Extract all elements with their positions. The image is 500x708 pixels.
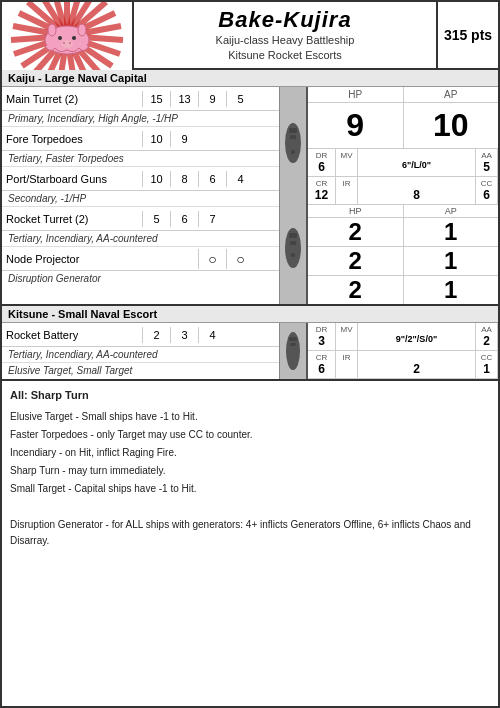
header: Bake-Kujira Kaiju-class Heavy Battleship… <box>2 2 498 70</box>
k-aa-label: AA <box>478 325 495 334</box>
mv-label: MV <box>338 151 355 160</box>
ship-silhouette-1 <box>283 120 303 166</box>
ship-name: Bake-Kujira <box>218 7 351 33</box>
stat-cell: 9 <box>170 131 198 147</box>
weapon-name: Main Turret (2) <box>2 91 142 107</box>
stat-cell: 9 <box>198 91 226 107</box>
k-dr-cell: DR 3 <box>308 323 336 350</box>
stat-cell: 7 <box>198 211 226 227</box>
stat-cell: 6 <box>170 211 198 227</box>
note-line: Disruption Generator - for ALL ships wit… <box>10 517 490 549</box>
kaiju-section-header: Kaiju - Large Naval Capital <box>2 70 498 87</box>
svg-point-27 <box>61 40 73 48</box>
stat-cell: 13 <box>170 91 198 107</box>
ap-value: 10 <box>433 107 469 143</box>
note-line: Small Target - Capital ships have -1 to … <box>10 481 490 497</box>
svg-point-30 <box>48 24 56 36</box>
weapon-name: Node Projector <box>2 251 142 267</box>
svg-point-31 <box>78 24 86 36</box>
stat-cell: ○ <box>226 249 254 269</box>
notes-title: All: Sharp Turn <box>10 387 490 405</box>
note-line: Sharp Turn - may turn immediately. <box>10 463 490 479</box>
notes-content: Elusive Target - Small ships have -1 to … <box>10 409 490 549</box>
stat-cell: 5 <box>226 91 254 107</box>
kitsune-section-header: Kitsune - Small Naval Escort <box>2 306 498 323</box>
ir-value: 8 <box>360 188 473 202</box>
right-stats-panel: HP AP 9 10 DR 6 MV <box>308 87 498 304</box>
k-aa-cell: AA 2 <box>476 323 498 350</box>
k-cr-value: 6 <box>310 362 333 376</box>
k-cr-cell: CR 6 <box>308 351 336 378</box>
dr-label: DR <box>310 151 333 160</box>
points-value: 315 pts <box>438 2 498 68</box>
ship-silhouette-2 <box>283 225 303 271</box>
k-cc-cell: CC 1 <box>476 351 498 378</box>
turret-ap-label: AP <box>404 205 499 217</box>
stat-cell: 15 <box>142 91 170 107</box>
cr-value: 12 <box>310 188 333 202</box>
svg-point-26 <box>72 36 76 40</box>
svg-rect-34 <box>290 135 296 139</box>
dr-value: 6 <box>310 160 333 174</box>
k-ir-value-cell: 2 <box>358 351 476 378</box>
note-line: Faster Torpedoes - only Target may use C… <box>10 427 490 443</box>
ship-class: Kaiju-class Heavy Battleship Kitsune Roc… <box>216 33 355 64</box>
stat-cell: 6 <box>198 171 226 187</box>
cr-label-cell: CR 12 <box>308 177 336 204</box>
k-cr-label: CR <box>310 353 333 362</box>
stat-cell: ○ <box>198 249 226 269</box>
turret-hp3-value: 2 <box>349 276 362 303</box>
svg-rect-41 <box>289 337 297 341</box>
kitsune-silhouette-column <box>280 323 308 379</box>
kitsune-right-stats: DR 3 MV 9"/2"/S/0" AA 2 CR <box>308 323 498 379</box>
aa-label-cell: AA 5 <box>476 149 498 176</box>
weapons-panel: Main Turret (2) 15 13 9 5 Primary, Incen… <box>2 87 280 304</box>
weapon-desc: Tertiary, Incendiary, AA-countered <box>2 231 279 247</box>
weapon-name: Fore Torpedoes <box>2 131 142 147</box>
stat-cell: 10 <box>142 171 170 187</box>
weapon-name: Rocket Turret (2) <box>2 211 142 227</box>
svg-point-28 <box>63 42 65 44</box>
k-aa-value: 2 <box>478 334 495 348</box>
svg-point-29 <box>69 42 71 44</box>
k-dr-label: DR <box>310 325 333 334</box>
kitsune-body: Rocket Battery 2 3 4 Tertiary, Incendiar… <box>2 323 498 381</box>
weapon-name: Rocket Battery <box>2 327 142 343</box>
silhouette-column <box>280 87 308 304</box>
table-row: Node Projector ○ ○ <box>2 247 279 271</box>
kitsune-ship-silhouette <box>284 329 302 373</box>
hp-label: HP <box>308 87 404 102</box>
table-row: Main Turret (2) 15 13 9 5 <box>2 87 279 111</box>
weapon-desc: Tertiary, Faster Torpedoes <box>2 151 279 167</box>
stat-cell: 2 <box>142 327 170 343</box>
k-ir-label-cell: IR <box>336 351 358 378</box>
k-ir-value: 2 <box>360 362 473 376</box>
note-line <box>10 499 490 515</box>
cc-value: 6 <box>478 188 495 202</box>
aa-label: AA <box>478 151 495 160</box>
note-line: Elusive Target - Small ships have -1 to … <box>10 409 490 425</box>
stat-cell: 3 <box>170 327 198 343</box>
weapon-desc: Disruption Generator <box>2 271 279 286</box>
cc-label-cell: CC 6 <box>476 177 498 204</box>
header-title-area: Bake-Kujira Kaiju-class Heavy Battleship… <box>132 2 438 68</box>
turret-hp-label: HP <box>308 205 404 217</box>
stat-cell: 8 <box>170 171 198 187</box>
k-mv-label: MV <box>338 325 355 334</box>
svg-rect-37 <box>289 233 297 238</box>
cr-label: CR <box>310 179 333 188</box>
svg-point-25 <box>58 36 62 40</box>
weapon-desc: Primary, Incendiary, High Angle, -1/HP <box>2 111 279 127</box>
hp-value: 9 <box>346 107 364 143</box>
k-mv-value: 9"/2"/S/0" <box>360 334 473 344</box>
table-row: Port/Starboard Guns 10 8 6 4 <box>2 167 279 191</box>
table-row: Rocket Turret (2) 5 6 7 <box>2 207 279 231</box>
k-mv-value-cell: 9"/2"/S/0" <box>358 323 476 350</box>
ir-label-cell: IR <box>336 177 358 204</box>
ir-label: IR <box>338 179 355 188</box>
svg-rect-38 <box>290 241 296 245</box>
table-row: Rocket Battery 2 3 4 <box>2 323 279 347</box>
turret-hp-value: 2 <box>349 218 362 245</box>
weapon-desc: Tertiary, Incendiary, AA-countered <box>2 347 279 363</box>
stat-cell: 5 <box>142 211 170 227</box>
